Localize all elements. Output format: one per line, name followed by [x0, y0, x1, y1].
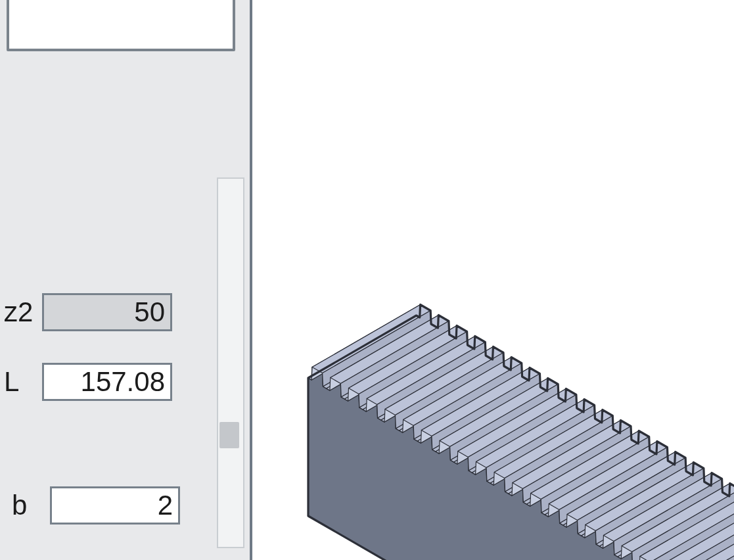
svg-marker-10 [340, 321, 449, 398]
svg-marker-25 [395, 353, 503, 429]
svg-marker-84 [603, 473, 722, 542]
svg-marker-93 [639, 494, 734, 561]
param-label-b: b [0, 490, 50, 521]
svg-marker-38 [439, 379, 547, 454]
svg-marker-59 [513, 421, 631, 489]
svg-marker-91 [633, 503, 734, 560]
svg-marker-77 [582, 473, 693, 538]
svg-marker-21 [378, 356, 490, 420]
param-row-b: b [0, 486, 180, 525]
svg-marker-95 [650, 500, 734, 561]
svg-marker-36 [432, 387, 544, 452]
svg-marker-52 [490, 421, 602, 485]
svg-marker-118 [731, 547, 734, 561]
svg-marker-9 [331, 315, 449, 384]
svg-marker-53 [493, 410, 602, 486]
svg-marker-75 [578, 458, 686, 534]
svg-marker-43 [457, 389, 566, 465]
svg-marker-90 [632, 490, 734, 561]
panel-scrollbar[interactable] [217, 177, 244, 548]
svg-marker-8 [330, 315, 438, 391]
svg-marker-85 [614, 479, 722, 555]
svg-marker-71 [560, 461, 672, 525]
svg-marker-50 [486, 406, 595, 482]
svg-marker-96 [651, 513, 734, 560]
svg-marker-103 [676, 515, 734, 561]
panel-scrollbar-thumb[interactable] [219, 422, 239, 448]
param-field-b[interactable] [50, 486, 180, 525]
svg-marker-82 [599, 484, 711, 548]
svg-marker-19 [367, 337, 485, 405]
svg-marker-119 [731, 547, 734, 561]
svg-marker-17 [363, 347, 474, 411]
svg-marker-20 [377, 342, 486, 419]
svg-marker-7 [327, 326, 438, 390]
svg-marker-27 [400, 368, 511, 432]
svg-marker-99 [658, 505, 734, 561]
parameter-panel: z2 50 L b [0, 0, 252, 560]
svg-marker-112 [709, 547, 734, 560]
param-field-L[interactable] [42, 363, 172, 401]
svg-marker-100 [668, 511, 734, 561]
param-label-z2: z2 [0, 296, 42, 328]
svg-marker-79 [585, 463, 704, 531]
svg-marker-47 [472, 410, 584, 475]
svg-marker-18 [366, 337, 474, 412]
svg-marker-104 [676, 515, 734, 561]
svg-marker-67 [545, 452, 656, 517]
svg-marker-87 [618, 494, 729, 559]
svg-marker-113 [712, 536, 734, 561]
svg-marker-51 [487, 419, 599, 483]
svg-marker-116 [723, 555, 734, 560]
svg-marker-37 [436, 389, 547, 454]
svg-marker-14 [348, 326, 467, 394]
svg-marker-39 [440, 379, 558, 447]
svg-marker-94 [640, 494, 734, 561]
svg-marker-24 [385, 347, 503, 415]
svg-marker-60 [522, 427, 631, 503]
svg-marker-111 [705, 545, 734, 560]
svg-marker-108 [694, 526, 734, 561]
svg-marker-45 [468, 395, 576, 471]
svg-marker-5 [323, 311, 431, 387]
svg-marker-106 [687, 534, 734, 560]
svg-marker-49 [476, 400, 594, 468]
svg-marker-110 [705, 532, 734, 561]
svg-marker-40 [450, 385, 559, 461]
svg-marker-28 [403, 358, 511, 433]
svg-marker-76 [578, 471, 689, 536]
svg-marker-64 [531, 431, 649, 500]
svg-marker-66 [541, 450, 653, 515]
svg-marker-117 [727, 557, 734, 560]
param-row-z2: z2 50 [0, 293, 172, 331]
svg-marker-70 [559, 448, 668, 524]
param-field-z2[interactable]: 50 [42, 293, 172, 331]
svg-marker-35 [432, 374, 540, 450]
svg-marker-65 [541, 437, 649, 513]
svg-marker-115 [723, 542, 734, 561]
svg-marker-101 [669, 524, 734, 560]
svg-marker-89 [622, 484, 734, 552]
svg-marker-44 [458, 389, 576, 457]
svg-marker-48 [476, 400, 584, 475]
svg-marker-97 [654, 515, 734, 560]
svg-marker-11 [341, 335, 453, 399]
svg-marker-1 [308, 367, 734, 561]
svg-marker-54 [494, 410, 612, 478]
viewport-3d[interactable] [252, 0, 734, 560]
svg-marker-88 [621, 484, 729, 559]
svg-marker-83 [603, 473, 712, 549]
svg-marker-42 [454, 400, 566, 464]
svg-marker-105 [687, 521, 734, 561]
svg-marker-23 [384, 347, 493, 423]
svg-marker-63 [530, 431, 639, 507]
svg-marker-34 [421, 368, 539, 436]
svg-marker-15 [359, 332, 467, 408]
svg-marker-114 [713, 536, 734, 561]
svg-marker-3 [311, 305, 420, 381]
svg-marker-41 [451, 398, 562, 462]
svg-marker-102 [672, 526, 734, 560]
svg-marker-81 [596, 482, 708, 546]
svg-marker-61 [523, 440, 635, 504]
svg-marker-68 [548, 442, 656, 517]
